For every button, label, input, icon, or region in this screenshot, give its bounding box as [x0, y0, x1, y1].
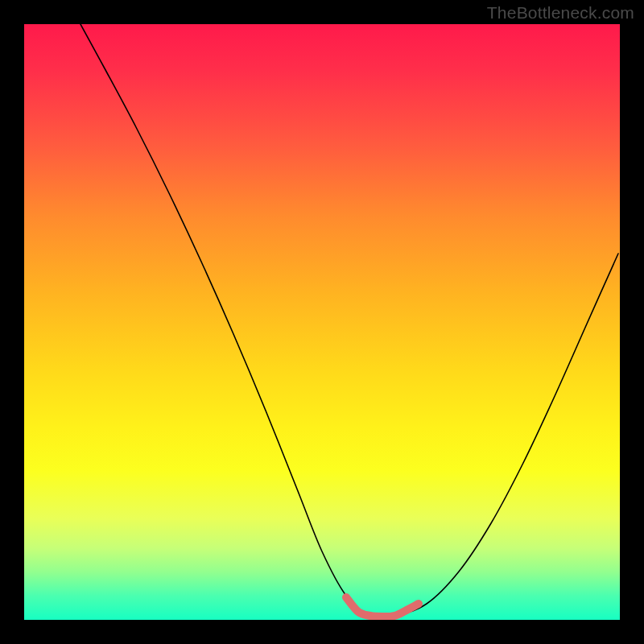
watermark-text: TheBottleneck.com — [487, 3, 634, 23]
bottleneck-curve — [80, 24, 618, 618]
trough-highlight — [346, 597, 419, 617]
curve-layer — [24, 24, 620, 620]
chart-frame: TheBottleneck.com — [0, 0, 644, 644]
plot-area — [24, 24, 620, 620]
